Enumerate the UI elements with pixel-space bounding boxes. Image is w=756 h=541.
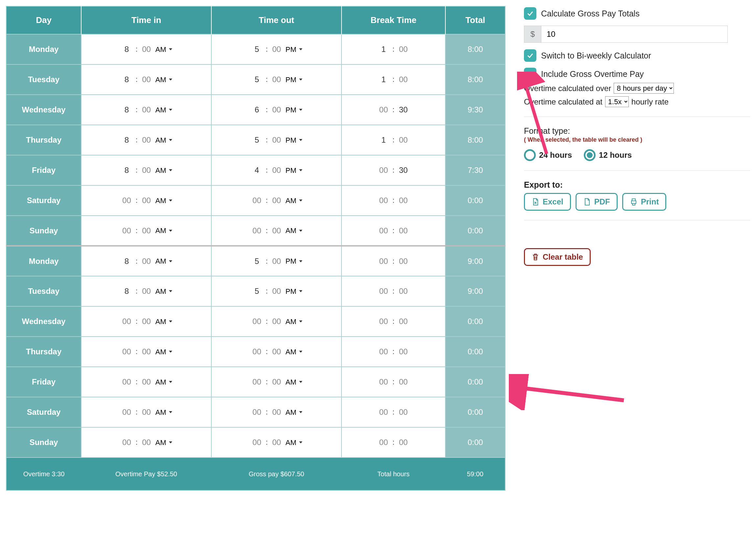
time-in-minute-input[interactable] (140, 165, 153, 175)
time-out-ampm-select[interactable]: PM (286, 166, 303, 175)
time-in-hour-input[interactable] (120, 226, 133, 236)
break-hour-input[interactable] (378, 437, 390, 447)
time-out-ampm-select[interactable]: AM (286, 408, 303, 416)
time-out-hour-input[interactable] (251, 135, 263, 145)
time-out-ampm-select[interactable]: PM (286, 287, 303, 295)
time-out-hour-input[interactable] (251, 165, 263, 175)
time-in-ampm-select[interactable]: AM (156, 227, 172, 235)
time-in-minute-input[interactable] (140, 75, 153, 85)
time-in-ampm-select[interactable]: AM (156, 45, 172, 54)
time-in-ampm-select[interactable]: AM (156, 438, 172, 447)
break-minute-input[interactable] (397, 377, 409, 387)
time-out-hour-input[interactable] (251, 44, 263, 54)
hourly-rate-input[interactable] (541, 26, 728, 43)
time-in-minute-input[interactable] (140, 407, 153, 417)
time-out-ampm-select[interactable]: PM (286, 257, 303, 265)
time-in-minute-input[interactable] (140, 347, 153, 356)
break-minute-input[interactable] (397, 135, 409, 145)
export-pdf-button[interactable]: PDF (575, 193, 618, 211)
time-in-hour-input[interactable] (120, 257, 133, 266)
time-out-ampm-select[interactable]: PM (286, 76, 303, 84)
time-in-ampm-select[interactable]: AM (156, 166, 172, 175)
radio-12-hours[interactable]: 12 hours (584, 149, 632, 161)
time-out-minute-input[interactable] (271, 437, 283, 447)
break-hour-input[interactable] (378, 196, 390, 206)
break-minute-input[interactable] (397, 407, 409, 417)
time-out-hour-input[interactable] (251, 347, 263, 356)
time-out-ampm-select[interactable]: PM (286, 106, 303, 114)
break-hour-input[interactable] (378, 407, 390, 417)
time-out-minute-input[interactable] (271, 377, 283, 387)
time-in-hour-input[interactable] (120, 135, 133, 145)
time-out-hour-input[interactable] (251, 196, 263, 206)
time-out-hour-input[interactable] (251, 105, 263, 115)
time-in-ampm-select[interactable]: AM (156, 76, 172, 84)
time-in-ampm-select[interactable]: AM (156, 106, 172, 114)
break-minute-input[interactable] (397, 44, 409, 54)
clear-table-button[interactable]: Clear table (524, 248, 591, 266)
time-in-hour-input[interactable] (120, 286, 133, 296)
checkbox-biweekly[interactable] (524, 49, 536, 62)
break-minute-input[interactable] (397, 437, 409, 447)
time-in-ampm-select[interactable]: AM (156, 408, 172, 416)
break-hour-input[interactable] (378, 226, 390, 236)
time-in-minute-input[interactable] (140, 286, 153, 296)
time-out-minute-input[interactable] (271, 407, 283, 417)
time-out-ampm-select[interactable]: AM (286, 438, 303, 447)
checkbox-gross-pay[interactable] (524, 7, 536, 20)
time-in-hour-input[interactable] (120, 347, 133, 356)
time-in-hour-input[interactable] (120, 196, 133, 206)
time-in-minute-input[interactable] (140, 105, 153, 115)
break-minute-input[interactable] (397, 165, 409, 175)
time-out-minute-input[interactable] (271, 135, 283, 145)
time-in-ampm-select[interactable]: AM (156, 136, 172, 144)
time-out-ampm-select[interactable]: AM (286, 348, 303, 356)
time-in-minute-input[interactable] (140, 44, 153, 54)
time-out-ampm-select[interactable]: AM (286, 197, 303, 205)
time-out-ampm-select[interactable]: AM (286, 317, 303, 326)
time-out-minute-input[interactable] (271, 105, 283, 115)
time-in-minute-input[interactable] (140, 437, 153, 447)
time-in-hour-input[interactable] (120, 316, 133, 326)
time-in-hour-input[interactable] (120, 377, 133, 387)
time-in-hour-input[interactable] (120, 105, 133, 115)
time-in-ampm-select[interactable]: AM (156, 197, 172, 205)
time-in-ampm-select[interactable]: AM (156, 378, 172, 386)
time-in-hour-input[interactable] (120, 437, 133, 447)
time-in-hour-input[interactable] (120, 75, 133, 85)
break-hour-input[interactable] (378, 316, 390, 326)
time-out-hour-input[interactable] (251, 286, 263, 296)
time-in-hour-input[interactable] (120, 165, 133, 175)
break-hour-input[interactable] (378, 75, 390, 85)
time-out-minute-input[interactable] (271, 347, 283, 356)
break-minute-input[interactable] (397, 347, 409, 356)
time-out-minute-input[interactable] (271, 196, 283, 206)
time-out-minute-input[interactable] (271, 165, 283, 175)
break-hour-input[interactable] (378, 257, 390, 266)
overtime-multiplier-select[interactable]: 1.5x (605, 96, 629, 107)
time-out-minute-input[interactable] (271, 316, 283, 326)
radio-24-hours[interactable]: 24 hours (524, 149, 572, 161)
time-in-ampm-select[interactable]: AM (156, 257, 172, 265)
time-in-hour-input[interactable] (120, 44, 133, 54)
break-hour-input[interactable] (378, 165, 390, 175)
time-out-ampm-select[interactable]: AM (286, 378, 303, 386)
time-out-ampm-select[interactable]: PM (286, 45, 303, 54)
time-in-ampm-select[interactable]: AM (156, 348, 172, 356)
break-minute-input[interactable] (397, 286, 409, 296)
time-out-hour-input[interactable] (251, 257, 263, 266)
time-in-ampm-select[interactable]: AM (156, 287, 172, 295)
overtime-threshold-select[interactable]: 8 hours per day (614, 83, 674, 94)
time-out-minute-input[interactable] (271, 226, 283, 236)
checkbox-overtime-pay[interactable] (524, 68, 536, 80)
break-minute-input[interactable] (397, 316, 409, 326)
break-minute-input[interactable] (397, 105, 409, 115)
time-in-minute-input[interactable] (140, 257, 153, 266)
time-in-minute-input[interactable] (140, 377, 153, 387)
time-in-minute-input[interactable] (140, 196, 153, 206)
time-out-hour-input[interactable] (251, 407, 263, 417)
time-out-hour-input[interactable] (251, 226, 263, 236)
break-hour-input[interactable] (378, 347, 390, 356)
time-out-ampm-select[interactable]: AM (286, 227, 303, 235)
time-in-ampm-select[interactable]: AM (156, 317, 172, 326)
